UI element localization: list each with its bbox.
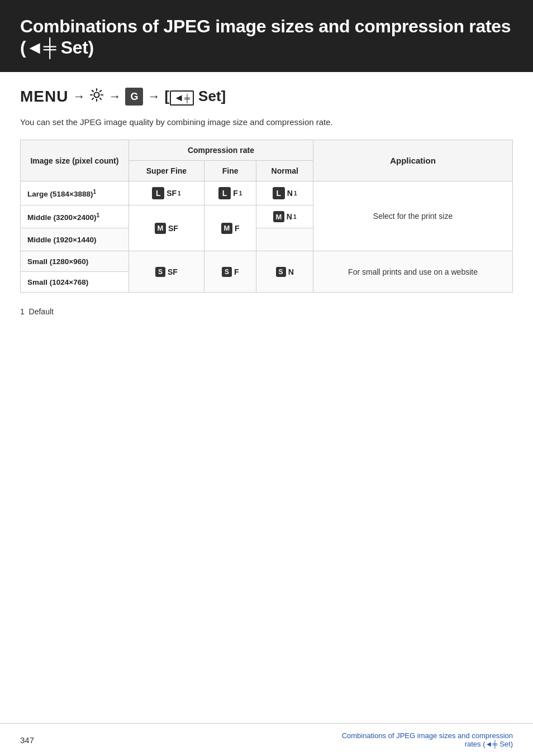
menu-path: MENU → → G → [◄╪ Set] [0, 88, 533, 116]
footnote: 1 Default [0, 303, 533, 316]
col-header-application: Application [313, 140, 513, 181]
cell-l-n: LN1 [256, 181, 313, 205]
size-middle1: Middle (3200×2400)1 [21, 205, 129, 228]
s-badge: S [276, 267, 286, 277]
set-label: [◄╪ Set] [164, 88, 226, 106]
cell-s-sf: SSF [129, 251, 204, 293]
col-header-compression: Compression rate [129, 140, 313, 161]
l-badge: L [152, 187, 164, 199]
cell-m-sf: MSF [129, 205, 204, 251]
menu-label: MENU [20, 88, 68, 106]
arrow-3: → [147, 89, 160, 104]
arrow-2: → [108, 89, 121, 104]
page-title: Combinations of JPEG image sizes and com… [20, 16, 513, 59]
cell-s-n: SN [256, 251, 313, 293]
description: You can set the JPEG image quality by co… [0, 116, 533, 140]
size-small1: Small (1280×960) [21, 251, 129, 272]
cell-s-f: SF [204, 251, 256, 293]
table-container: Image size (pixel count) Compression rat… [0, 140, 533, 293]
l-badge: L [273, 187, 285, 199]
cell-m-n-empty: MN [256, 228, 313, 251]
footer-link[interactable]: Combinations of JPEG image sizes and com… [334, 731, 513, 748]
combinations-table: Image size (pixel count) Compression rat… [20, 140, 513, 293]
cell-m-n: MN1 [256, 205, 313, 228]
application-small: For small prints and use on a website [313, 251, 513, 293]
col-normal: Normal [256, 161, 313, 181]
m-badge: M [155, 223, 166, 234]
size-small2: Small (1024×768) [21, 272, 129, 293]
cell-l-f: LF1 [204, 181, 256, 205]
col-fine: Fine [204, 161, 256, 181]
arrow-1: → [73, 89, 85, 104]
footnote-text: Default [29, 307, 54, 316]
svg-point-0 [94, 92, 99, 97]
s-badge: S [222, 267, 232, 277]
cell-l-sf: LSF1 [129, 181, 204, 205]
col-header-image-size: Image size (pixel count) [21, 140, 129, 181]
m-badge: M [221, 223, 232, 234]
s-badge: S [155, 267, 165, 277]
l-badge: L [218, 187, 231, 199]
page-header: Combinations of JPEG image sizes and com… [0, 0, 533, 72]
application-print: Select for the print size [313, 181, 513, 251]
g-box: G [125, 88, 143, 106]
cell-m-f: MF [204, 205, 256, 251]
footnote-number: 1 [20, 307, 25, 316]
page-number: 347 [20, 735, 34, 745]
size-large: Large (5184×3888)1 [21, 181, 129, 205]
m-badge: M [273, 211, 284, 222]
table-row: Large (5184×3888)1 LSF1 LF1 LN1 [21, 181, 513, 205]
size-middle2: Middle (1920×1440) [21, 228, 129, 251]
gear-icon [89, 88, 104, 106]
page-footer: 347 Combinations of JPEG image sizes and… [0, 723, 533, 756]
table-row: Small (1280×960) SSF SF SN [21, 251, 513, 272]
col-super-fine: Super Fine [129, 161, 204, 181]
